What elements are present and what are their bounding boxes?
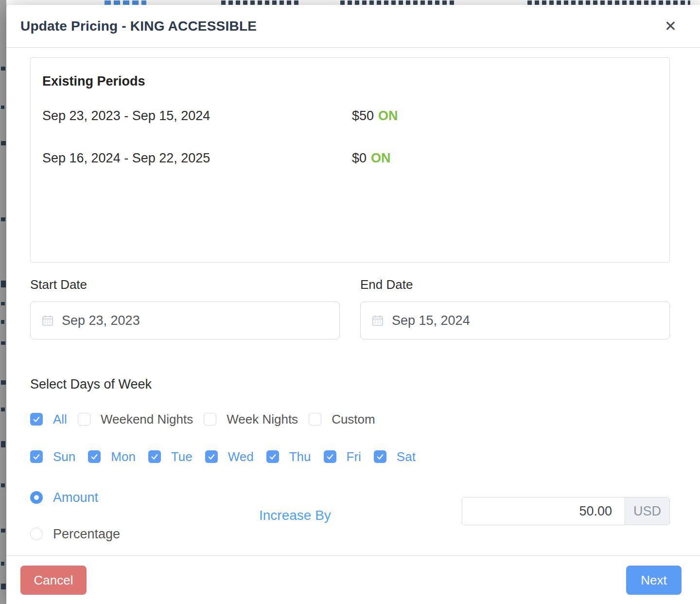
checkbox-weekend-nights[interactable]: Weekend Nights xyxy=(78,411,193,427)
price-value: $50 xyxy=(352,108,374,123)
modal-body: Existing Periods Sep 23, 2023 - Sep 15, … xyxy=(6,57,700,551)
checkbox-label: Tue xyxy=(171,448,192,465)
check-icon xyxy=(88,450,101,463)
amount-input[interactable] xyxy=(462,497,625,525)
checkbox-sat[interactable]: Sat xyxy=(374,448,416,465)
update-pricing-modal: Update Pricing - KING ACCESSIBLE ✕ Exist… xyxy=(6,5,700,604)
amount-input-group: USD xyxy=(462,497,670,525)
checkbox-week-nights[interactable]: Week Nights xyxy=(204,411,298,427)
radio-empty-icon xyxy=(30,528,43,540)
checkbox-label: Sun xyxy=(53,448,75,465)
calendar-icon xyxy=(371,314,384,327)
checkbox-label: Week Nights xyxy=(227,411,298,427)
checkbox-label: Fri xyxy=(347,448,361,465)
checkbox-sun[interactable]: Sun xyxy=(30,448,75,465)
end-date-label: End Date xyxy=(360,276,670,293)
check-icon xyxy=(30,413,43,426)
adjustment-type-radios: Amount Percentage xyxy=(30,489,120,542)
check-icon xyxy=(30,450,43,463)
calendar-icon xyxy=(41,314,54,327)
checkbox-empty xyxy=(78,413,90,426)
end-date-input[interactable]: Sep 15, 2024 xyxy=(360,302,670,339)
day-preset-row: All Weekend Nights Week Nights Custom xyxy=(30,411,670,427)
end-date-group: End Date Sep 15, 2024 xyxy=(360,276,670,339)
radio-selected-icon xyxy=(30,491,43,504)
period-price: $50ON xyxy=(352,107,658,124)
date-range-section: Start Date Sep 23, 2023 End Date xyxy=(30,276,670,339)
checkbox-mon[interactable]: Mon xyxy=(88,448,136,465)
checkbox-thu[interactable]: Thu xyxy=(266,448,311,465)
background-sidebar-strip xyxy=(0,0,6,604)
checkbox-label: Weekend Nights xyxy=(101,411,193,427)
radio-amount[interactable]: Amount xyxy=(30,489,120,506)
checkbox-label: Sat xyxy=(397,448,416,465)
currency-addon: USD xyxy=(625,497,669,525)
start-date-value: Sep 23, 2023 xyxy=(62,313,140,328)
weekday-row: Sun Mon Tue Wed Thu Fri xyxy=(30,448,670,465)
checkbox-label: Wed xyxy=(228,448,254,465)
select-days-heading: Select Days of Week xyxy=(30,375,670,393)
status-badge: ON xyxy=(371,151,391,165)
checkbox-wed[interactable]: Wed xyxy=(205,448,254,465)
end-date-value: Sep 15, 2024 xyxy=(392,313,470,328)
checkbox-empty xyxy=(309,413,321,426)
checkbox-tue[interactable]: Tue xyxy=(148,448,192,465)
period-range: Sep 16, 2024 - Sep 22, 2025 xyxy=(42,150,352,166)
adjustment-section: Amount Percentage Increase By USD xyxy=(30,489,670,551)
increase-by-label: Increase By xyxy=(259,508,331,523)
checkbox-label: Custom xyxy=(332,411,375,427)
start-date-group: Start Date Sep 23, 2023 xyxy=(30,276,340,339)
checkbox-custom[interactable]: Custom xyxy=(309,411,375,427)
period-row: Sep 16, 2024 - Sep 22, 2025 $0ON xyxy=(42,150,658,166)
checkbox-label: All xyxy=(53,411,67,427)
background-page-strip xyxy=(0,0,700,5)
check-icon xyxy=(374,450,386,463)
checkbox-label: Mon xyxy=(111,448,136,465)
period-price: $0ON xyxy=(352,150,658,166)
check-icon xyxy=(266,450,279,463)
check-icon xyxy=(324,450,336,463)
background-tab-fragment xyxy=(340,0,455,5)
modal-footer: Cancel Next xyxy=(6,555,700,604)
background-tab-fragment xyxy=(221,0,301,5)
period-range: Sep 23, 2023 - Sep 15, 2024 xyxy=(42,107,352,124)
price-value: $0 xyxy=(352,151,367,165)
checkbox-empty xyxy=(204,413,216,426)
close-icon[interactable]: ✕ xyxy=(663,17,679,36)
checkbox-fri[interactable]: Fri xyxy=(324,448,361,465)
cancel-button[interactable]: Cancel xyxy=(20,566,87,595)
background-tab-fragment xyxy=(527,0,690,5)
background-active-tab-fragment xyxy=(105,0,146,5)
radio-percentage[interactable]: Percentage xyxy=(30,526,120,542)
modal-header: Update Pricing - KING ACCESSIBLE ✕ xyxy=(6,5,700,48)
next-button[interactable]: Next xyxy=(626,566,682,595)
check-icon xyxy=(205,450,218,463)
modal-title: Update Pricing - KING ACCESSIBLE xyxy=(20,18,257,34)
checkbox-all[interactable]: All xyxy=(30,411,67,427)
existing-periods-heading: Existing Periods xyxy=(42,72,658,90)
check-icon xyxy=(148,450,161,463)
checkbox-label: Thu xyxy=(289,448,311,465)
start-date-label: Start Date xyxy=(30,276,340,293)
start-date-input[interactable]: Sep 23, 2023 xyxy=(30,302,340,339)
radio-label: Amount xyxy=(53,489,98,506)
radio-label: Percentage xyxy=(53,526,120,542)
existing-periods-panel[interactable]: Existing Periods Sep 23, 2023 - Sep 15, … xyxy=(30,57,670,263)
period-row: Sep 23, 2023 - Sep 15, 2024 $50ON xyxy=(42,107,658,124)
status-badge: ON xyxy=(378,108,398,123)
